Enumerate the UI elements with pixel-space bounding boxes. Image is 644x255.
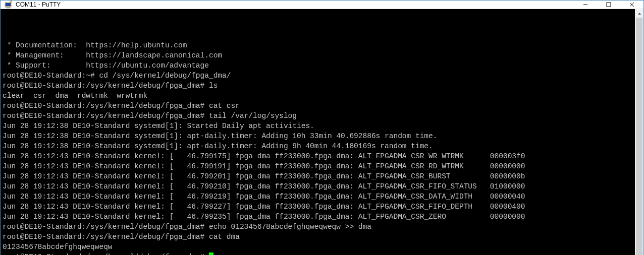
window-controls	[574, 1, 643, 9]
close-button[interactable]	[620, 1, 643, 9]
terminal-line: root@DE10-Standard:/sys/kernel/debug/fpg…	[3, 81, 633, 91]
svg-rect-1	[6, 3, 11, 6]
putty-window: COM11 - PuTTY * Documentation: https://h…	[0, 0, 644, 255]
terminal-area: * Documentation: https://help.ubuntu.com…	[1, 9, 643, 255]
minimize-button[interactable]	[574, 1, 597, 9]
vertical-scrollbar[interactable]	[635, 9, 643, 255]
terminal-line: root@DE10-Standard:/sys/kernel/debug/fpg…	[3, 222, 633, 232]
terminal-line: Jun 28 19:12:38 DE10-Standard systemd[1]…	[3, 141, 633, 151]
titlebar[interactable]: COM11 - PuTTY	[1, 1, 643, 9]
terminal-line: Jun 28 19:12:43 DE10-Standard kernel: [ …	[3, 192, 633, 202]
maximize-button[interactable]	[597, 1, 620, 9]
terminal-line: Jun 28 19:12:43 DE10-Standard kernel: [ …	[3, 202, 633, 212]
terminal-line: Jun 28 19:12:38 DE10-Standard systemd[1]…	[3, 131, 633, 141]
terminal-line: Jun 28 19:12:43 DE10-Standard kernel: [ …	[3, 212, 633, 222]
svg-rect-2	[7, 7, 10, 8]
terminal-line: clear csr dma rdwtrmk wrwtrmk	[3, 91, 633, 101]
scroll-up-button[interactable]	[635, 9, 643, 18]
terminal-line: Jun 28 19:12:43 DE10-Standard kernel: [ …	[3, 181, 633, 192]
terminal-line: root@DE10-Standard:/sys/kernel/debug/fpg…	[3, 111, 633, 121]
svg-rect-4	[607, 3, 611, 7]
terminal-line: root@DE10-Standard:/sys/kernel/debug/fpg…	[3, 232, 633, 242]
putty-icon	[5, 1, 13, 9]
scrollbar-thumb[interactable]	[636, 18, 642, 255]
terminal-line: Jun 28 19:12:38 DE10-Standard systemd[1]…	[3, 121, 633, 131]
terminal-line: root@DE10-Standard:~# cd /sys/kernel/deb…	[3, 71, 633, 81]
terminal-line: * Documentation: https://help.ubuntu.com	[3, 40, 633, 50]
terminal-cursor	[209, 252, 213, 255]
terminal-line: * Management: https://landscape.canonica…	[3, 50, 633, 60]
terminal-prompt-line: root@DE10-Standard:/sys/kernel/debug/fpg…	[3, 252, 633, 255]
terminal-line: root@DE10-Standard:/sys/kernel/debug/fpg…	[3, 101, 633, 111]
terminal-prompt: root@DE10-Standard:/sys/kernel/debug/fpg…	[3, 253, 209, 255]
terminal-content: * Documentation: https://help.ubuntu.com…	[3, 30, 633, 255]
terminal-line: Jun 28 19:12:43 DE10-Standard kernel: [ …	[3, 161, 633, 171]
terminal-line	[3, 30, 633, 40]
terminal[interactable]: * Documentation: https://help.ubuntu.com…	[1, 9, 635, 255]
terminal-line: Jun 28 19:12:43 DE10-Standard kernel: [ …	[3, 171, 633, 181]
terminal-line: Jun 28 19:12:43 DE10-Standard kernel: [ …	[3, 151, 633, 161]
terminal-line: * Support: https://ubuntu.com/advantage	[3, 60, 633, 71]
window-title: COM11 - PuTTY	[16, 1, 61, 8]
terminal-line: 012345678abcdefghqweqweqw	[3, 242, 633, 252]
scrollbar-track[interactable]	[635, 18, 643, 255]
